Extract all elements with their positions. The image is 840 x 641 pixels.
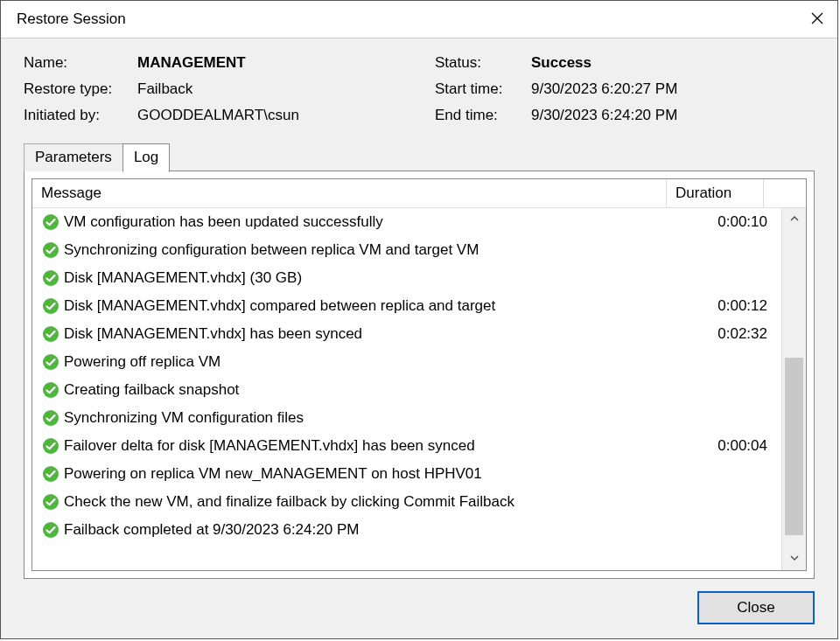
- initiated-by-label: Initiated by:: [24, 107, 137, 124]
- tab-log[interactable]: Log: [122, 143, 170, 172]
- svg-point-7: [43, 410, 59, 426]
- svg-point-0: [43, 214, 59, 230]
- success-icon: [41, 325, 60, 343]
- success-icon: [41, 381, 60, 399]
- svg-point-8: [43, 438, 59, 454]
- window-close-button[interactable]: [797, 1, 837, 38]
- scroll-up-button[interactable]: [782, 208, 806, 231]
- svg-point-10: [43, 494, 59, 510]
- svg-point-9: [43, 466, 59, 482]
- end-time-label: End time:: [435, 107, 531, 124]
- restore-type-label: Restore type:: [24, 80, 137, 98]
- chevron-up-icon: [790, 214, 799, 225]
- scroll-track[interactable]: [782, 231, 806, 547]
- table-row[interactable]: Disk [MANAGEMENT.vhdx] compared between …: [32, 292, 781, 320]
- table-row[interactable]: VM configuration has been updated succes…: [32, 208, 781, 236]
- log-message: Powering off replica VM: [60, 350, 689, 374]
- log-message: Disk [MANAGEMENT.vhdx] (30 GB): [60, 266, 689, 290]
- log-grid-header: Message Duration: [32, 179, 806, 208]
- end-time-value: 9/30/2023 6:24:20 PM: [531, 107, 677, 124]
- restore-session-dialog: Restore Session Name: MANAGEMENT Restore…: [0, 0, 838, 639]
- dialog-footer: Close: [24, 579, 815, 624]
- summary-grid: Name: MANAGEMENT Restore type: Failback …: [24, 54, 815, 124]
- table-row[interactable]: Synchronizing configuration between repl…: [32, 236, 781, 264]
- svg-point-3: [43, 298, 59, 314]
- log-message: Creating failback snapshot: [60, 378, 689, 402]
- success-icon: [41, 213, 60, 231]
- tab-parameters[interactable]: Parameters: [24, 143, 123, 171]
- table-row[interactable]: Disk [MANAGEMENT.vhdx] (30 GB): [32, 264, 781, 292]
- titlebar: Restore Session: [1, 1, 837, 38]
- log-duration: 0:00:10: [689, 210, 773, 234]
- table-row[interactable]: Check the new VM, and finalize failback …: [32, 488, 781, 516]
- log-message: Synchronizing configuration between repl…: [60, 238, 689, 262]
- vertical-scrollbar[interactable]: [781, 208, 806, 570]
- column-header-message[interactable]: Message: [32, 179, 667, 207]
- scroll-down-button[interactable]: [782, 547, 806, 570]
- success-icon: [41, 353, 60, 371]
- log-message: Failback completed at 9/30/2023 6:24:20 …: [60, 518, 689, 542]
- success-icon: [41, 465, 60, 483]
- name-value: MANAGEMENT: [137, 54, 435, 72]
- initiated-by-value: GOODDEALMART\csun: [137, 107, 435, 124]
- success-icon: [41, 409, 60, 427]
- svg-point-6: [43, 382, 59, 398]
- svg-point-2: [43, 270, 59, 286]
- chevron-down-icon: [790, 554, 799, 564]
- table-row[interactable]: Failover delta for disk [MANAGEMENT.vhdx…: [32, 432, 781, 460]
- dialog-body: Name: MANAGEMENT Restore type: Failback …: [1, 38, 837, 638]
- success-icon: [41, 521, 60, 539]
- log-message: Synchronizing VM configuration files: [60, 406, 689, 430]
- log-message: Disk [MANAGEMENT.vhdx] compared between …: [60, 294, 689, 318]
- tab-strip: Parameters Log: [24, 143, 815, 171]
- success-icon: [41, 269, 60, 287]
- close-icon: [811, 10, 823, 29]
- svg-point-1: [43, 242, 59, 258]
- close-button[interactable]: Close: [697, 591, 815, 624]
- name-label: Name:: [24, 54, 137, 72]
- log-grid: Message Duration VM configuration has be…: [32, 178, 807, 571]
- log-message: Disk [MANAGEMENT.vhdx] has been synced: [60, 322, 689, 346]
- success-icon: [41, 437, 60, 455]
- svg-point-11: [43, 522, 59, 538]
- column-header-scroll-spacer: [764, 179, 806, 207]
- log-duration: 0:00:04: [689, 434, 773, 458]
- success-icon: [41, 493, 60, 511]
- log-message: VM configuration has been updated succes…: [60, 210, 689, 234]
- log-duration: 0:02:32: [689, 322, 773, 346]
- table-row[interactable]: Powering off replica VM: [32, 348, 781, 376]
- svg-point-5: [43, 354, 59, 370]
- table-row[interactable]: Failback completed at 9/30/2023 6:24:20 …: [32, 516, 781, 544]
- log-message: Powering on replica VM new_MANAGEMENT on…: [60, 462, 689, 486]
- svg-point-4: [43, 326, 59, 342]
- log-grid-body: VM configuration has been updated succes…: [32, 208, 781, 570]
- table-row[interactable]: Synchronizing VM configuration files: [32, 404, 781, 432]
- column-header-duration[interactable]: Duration: [667, 179, 764, 207]
- log-tab-pane: Message Duration VM configuration has be…: [24, 171, 815, 579]
- table-row[interactable]: Disk [MANAGEMENT.vhdx] has been synced0:…: [32, 320, 781, 348]
- status-label: Status:: [435, 54, 531, 72]
- log-duration: 0:00:12: [689, 294, 773, 318]
- success-icon: [41, 241, 60, 259]
- scroll-thumb[interactable]: [785, 358, 803, 535]
- status-value: Success: [531, 54, 677, 72]
- success-icon: [41, 297, 60, 315]
- start-time-value: 9/30/2023 6:20:27 PM: [531, 80, 677, 98]
- start-time-label: Start time:: [435, 80, 531, 98]
- window-title: Restore Session: [1, 10, 126, 28]
- log-message: Failover delta for disk [MANAGEMENT.vhdx…: [60, 434, 689, 458]
- table-row[interactable]: Powering on replica VM new_MANAGEMENT on…: [32, 460, 781, 488]
- table-row[interactable]: Creating failback snapshot: [32, 376, 781, 404]
- restore-type-value: Failback: [137, 80, 435, 98]
- log-message: Check the new VM, and finalize failback …: [60, 490, 689, 514]
